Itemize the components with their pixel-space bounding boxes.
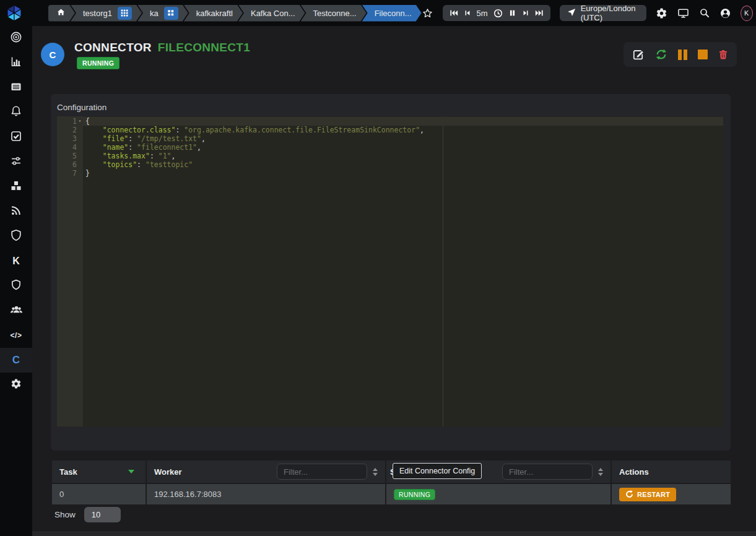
sidebar-item-admin-settings[interactable] bbox=[0, 373, 32, 397]
footer-strip bbox=[32, 531, 756, 536]
connect-c-icon: C bbox=[12, 354, 20, 366]
sort-toggle-icon[interactable] bbox=[598, 468, 603, 476]
sidebar-item-security[interactable] bbox=[0, 274, 32, 298]
restart-icon bbox=[625, 490, 633, 498]
monitor-icon[interactable] bbox=[677, 7, 690, 19]
config-code-editor[interactable]: 1▾234567 { "connector.class": "org.apach… bbox=[57, 116, 723, 426]
sidebar-item-overview[interactable] bbox=[0, 26, 32, 51]
stop-icon bbox=[698, 50, 708, 59]
breadcrumb-item-testconne[interactable]: Testconne... bbox=[301, 5, 367, 22]
column-label-task: Task bbox=[59, 467, 77, 477]
time-window-label[interactable]: 5m bbox=[477, 9, 488, 18]
settings-gear-icon[interactable] bbox=[656, 7, 667, 19]
actions-cell: RESTART bbox=[612, 484, 731, 504]
main-content: C CONNECTOR FILECONNECT1 RUNNING Configu… bbox=[32, 26, 756, 536]
pause-button[interactable] bbox=[508, 9, 516, 17]
code-line: "tasks.max": "1", bbox=[83, 152, 723, 160]
left-sidebar: K </> C bbox=[0, 26, 32, 536]
pause-icon bbox=[678, 50, 687, 60]
cluster-grid-menu-button[interactable] bbox=[164, 7, 178, 20]
line-number: 1▾ bbox=[57, 117, 83, 126]
breadcrumb-item-kafkakraftl[interactable]: kafkakraftl bbox=[184, 5, 243, 22]
sidebar-item-ksqldb[interactable]: K bbox=[0, 249, 32, 274]
record-icon bbox=[10, 31, 22, 46]
column-label-worker: Worker bbox=[154, 467, 182, 477]
breadcrumb: testorg1kakafkakraftlKafka Con...Testcon… bbox=[48, 5, 422, 22]
top-navbar: testorg1kakafkakraftlKafka Con...Testcon… bbox=[0, 0, 756, 26]
delete-connector-button[interactable] bbox=[718, 49, 728, 60]
code-line: } bbox=[83, 169, 723, 178]
stop-connector-button[interactable] bbox=[698, 50, 708, 59]
breadcrumb-item-testorg1[interactable]: testorg1 bbox=[71, 5, 142, 22]
cluster-grid-menu-button[interactable] bbox=[118, 7, 132, 20]
connector-status-badge: RUNNING bbox=[77, 57, 119, 69]
code-line: { bbox=[83, 117, 723, 126]
cubes-icon bbox=[10, 179, 22, 194]
skip-to-start-button[interactable] bbox=[450, 9, 458, 17]
edit-connector-config-button[interactable] bbox=[632, 48, 645, 61]
worker-cell: 192.168.16.7:8083 bbox=[147, 484, 385, 504]
code-line: "name": "fileconnect1", bbox=[83, 143, 723, 152]
user-avatar[interactable]: K bbox=[741, 6, 753, 21]
page-size-input[interactable] bbox=[84, 507, 121, 522]
entity-type-label: CONNECTOR bbox=[74, 41, 152, 54]
step-forward-button[interactable] bbox=[522, 9, 529, 17]
sidebar-item-connect[interactable]: C bbox=[0, 348, 32, 373]
sidebar-item-data-governance[interactable] bbox=[0, 125, 32, 150]
task-id: 0 bbox=[59, 490, 64, 499]
gear-icon bbox=[11, 378, 22, 392]
line-number: 7 bbox=[57, 169, 83, 178]
breadcrumb-label: ka bbox=[150, 9, 159, 18]
sidebar-item-topics[interactable] bbox=[0, 76, 32, 100]
breadcrumb-label: Fileconn... bbox=[375, 9, 412, 18]
status-filter-input[interactable] bbox=[502, 464, 593, 480]
sidebar-item-consumer-groups[interactable] bbox=[0, 298, 32, 323]
timezone-selector[interactable]: Europe/London (UTC) bbox=[560, 5, 646, 21]
status-cell: RUNNING bbox=[386, 484, 610, 504]
check-square-icon bbox=[10, 130, 22, 145]
clock-icon bbox=[493, 9, 503, 18]
breadcrumb-item-ka[interactable]: ka bbox=[137, 5, 188, 22]
search-icon[interactable] bbox=[699, 7, 710, 19]
sidebar-item-tuning-sliders[interactable] bbox=[0, 150, 32, 175]
breadcrumb-item-kafkacon[interactable]: Kafka Con... bbox=[238, 5, 305, 22]
pause-connector-button[interactable] bbox=[678, 50, 687, 60]
rss-icon bbox=[10, 204, 22, 219]
configuration-title: Configuration bbox=[57, 103, 106, 112]
sort-toggle-icon[interactable] bbox=[373, 468, 378, 476]
kpow-logo-icon[interactable] bbox=[5, 2, 24, 24]
connector-action-toolbar bbox=[623, 42, 737, 67]
sidebar-item-alerts[interactable] bbox=[0, 100, 32, 125]
sidebar-item-schema-registry[interactable]: </> bbox=[0, 323, 32, 348]
code-line: "file": "/tmp/test.txt", bbox=[83, 134, 723, 143]
skip-to-end-button[interactable] bbox=[535, 9, 544, 17]
ksqldb-k-icon: K bbox=[12, 256, 20, 267]
sidebar-item-metrics[interactable] bbox=[0, 51, 32, 76]
code-line: "topics": "testtopic" bbox=[83, 160, 723, 169]
navbar-right-cluster: 5m Europe/London (UTC) bbox=[422, 5, 753, 21]
connector-name: FILECONNECT1 bbox=[158, 41, 250, 54]
worker-filter-input[interactable] bbox=[277, 464, 367, 480]
refresh-connector-button[interactable] bbox=[655, 48, 667, 61]
breadcrumb-label: kafkakraftl bbox=[196, 9, 233, 18]
step-back-button[interactable] bbox=[464, 9, 471, 17]
editor-gutter: 1▾234567 bbox=[57, 116, 83, 426]
show-label: Show bbox=[54, 510, 76, 519]
column-header-task[interactable]: Task bbox=[52, 460, 146, 483]
breadcrumb-home[interactable] bbox=[48, 5, 75, 22]
favorite-star-icon[interactable] bbox=[422, 7, 433, 19]
user-account-icon[interactable] bbox=[719, 7, 731, 19]
breadcrumb-item-fileconn[interactable]: Fileconn... bbox=[362, 5, 422, 22]
shield-2-icon bbox=[11, 279, 22, 293]
line-number: 3 bbox=[57, 134, 83, 143]
sort-descending-icon[interactable] bbox=[128, 470, 134, 473]
editor-code-pane[interactable]: { "connector.class": "org.apache.kafka.c… bbox=[83, 116, 723, 426]
restart-task-button[interactable]: RESTART bbox=[619, 488, 676, 501]
sidebar-item-streams[interactable] bbox=[0, 199, 32, 224]
column-header-worker[interactable]: Worker bbox=[147, 460, 385, 483]
time-controls: 5m bbox=[443, 5, 550, 21]
task-status-badge: RUNNING bbox=[394, 489, 435, 500]
sidebar-item-acls[interactable] bbox=[0, 224, 32, 249]
page-title: CONNECTOR FILECONNECT1 bbox=[74, 41, 250, 54]
sidebar-item-brokers[interactable] bbox=[0, 175, 32, 199]
